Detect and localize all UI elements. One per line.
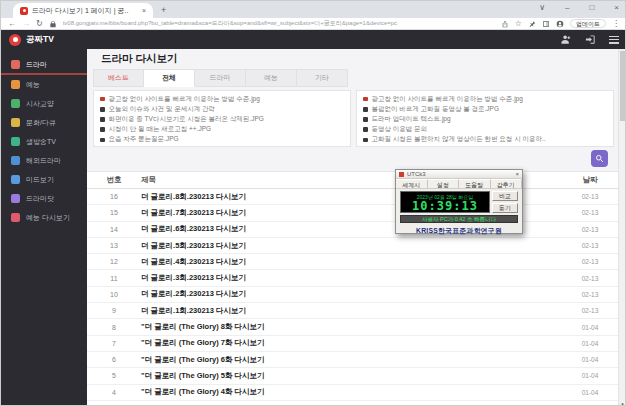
extension-pin-icon[interactable] xyxy=(528,20,536,28)
table-row[interactable]: 16 더 글로리.8회.230213 다시보기 02-13 xyxy=(87,189,620,205)
address-bar[interactable]: tv08.gongjatv.me/bbs/board.php?bo_table=… xyxy=(63,19,495,28)
row-number: 6 xyxy=(99,356,129,363)
sidebar-item[interactable]: 예능 다시보기 xyxy=(1,208,87,227)
table-row[interactable]: 7 "더 글로리 (The Glory) 7화 다시보기 01-04 xyxy=(87,336,620,352)
window-close-icon[interactable]: × xyxy=(614,3,619,12)
row-date: 01-04 xyxy=(570,340,610,347)
utck-compare-button[interactable]: 비교 xyxy=(492,191,518,201)
browser-tab[interactable]: 드라마 다시보기 1 페이지 | 공.. × xyxy=(13,3,153,18)
sidebar-item[interactable]: 드라마 xyxy=(1,56,87,75)
sidebar-item[interactable]: 미드보기 xyxy=(1,170,87,189)
share-icon[interactable] xyxy=(501,20,509,28)
side-panel-icon[interactable] xyxy=(542,20,550,28)
table-row[interactable]: 15 더 글로리.7회.230213 다시보기 02-13 xyxy=(87,205,620,221)
sidebar-item[interactable]: 예능 xyxy=(1,75,87,94)
sidebar-item[interactable]: 시사교양 xyxy=(1,94,87,113)
table-row[interactable]: 11 더 글로리.3회.230213 다시보기 02-13 xyxy=(87,270,620,286)
sidebar-item[interactable]: 생방송TV xyxy=(1,132,87,151)
notice-item[interactable]: 광고창 없이 사이트를 빠르게 이용하는 방법 수준.jpg xyxy=(100,94,344,104)
maximize-icon[interactable]: □ xyxy=(589,3,594,12)
table-row[interactable]: 8 "더 글로리 (The Glory) 8화 다시보기 01-04 xyxy=(87,319,620,335)
board-tab[interactable]: 전체 xyxy=(144,69,195,87)
episode-link[interactable]: 더 글로리.2회.230213 다시보기 xyxy=(129,289,570,299)
episode-link[interactable]: 더 글로리.5회.230213 다시보기 xyxy=(129,241,570,251)
site-logo-text[interactable]: 공짜TV xyxy=(26,34,54,46)
bookmark-star-icon[interactable]: ☆ xyxy=(515,19,522,29)
table-row[interactable]: 9 더 글로리.1회.230213 다시보기 02-13 xyxy=(87,303,620,319)
episode-link[interactable]: "더 글로리 (The Glory) 5화 다시보기 xyxy=(129,371,570,381)
sidebar-item[interactable]: 해외드라마 xyxy=(1,151,87,170)
episode-link[interactable]: "더 글로리 (The Glory) 8화 다시보기 xyxy=(129,322,570,332)
table-row[interactable]: 6 "더 글로리 (The Glory) 6화 다시보기 01-04 xyxy=(87,352,620,368)
notice-item[interactable]: 불펌없이 바르게 고화질 동영상 볼 경로.JPG xyxy=(363,104,607,114)
notice-item[interactable]: 오늘의 이슈와 사건 및 운세시계 간략 xyxy=(100,104,344,114)
utck-titlebar[interactable]: UTCk3 × xyxy=(396,170,522,179)
login-icon[interactable] xyxy=(585,34,596,45)
row-date: 02-13 xyxy=(570,258,610,265)
chrome-update-button[interactable]: 업데이트 xyxy=(570,19,606,28)
table-row[interactable]: 5 "더 글로리 (The Glory) 5화 다시보기 01-04 xyxy=(87,368,620,384)
sidebar-item[interactable]: 드라마닷 xyxy=(1,189,87,208)
notice-item[interactable]: 고화질 시청은 불편하지 않게 영상이든 한번 요청 시 이용하.. xyxy=(363,135,607,145)
tab-label: 전체 xyxy=(162,73,176,83)
utck-menu-button[interactable]: 도움말 xyxy=(459,179,491,188)
table-header: 번호 제목 날짜 xyxy=(87,172,620,189)
episode-link[interactable]: "더 글로리 (The Glory) 7화 다시보기 xyxy=(129,338,570,348)
table-row[interactable]: 12 더 글로리.4회.230213 다시보기 02-13 xyxy=(87,254,620,270)
back-icon[interactable]: ← xyxy=(8,19,16,29)
page-scrollbar[interactable]: ▾ xyxy=(618,49,625,406)
category-icon xyxy=(11,156,20,165)
search-button[interactable] xyxy=(591,150,608,167)
notice-panel-right: 광고창 없이 사이트를 빠르게 이용하는 방법 수준.jpg 불펌없이 바르게 … xyxy=(356,90,614,147)
episode-link[interactable]: 더 글로리.3회.230213 다시보기 xyxy=(129,273,570,283)
episode-link[interactable]: "더 글로리 (The Glory) 4화 다시보기 xyxy=(129,387,570,397)
notice-item[interactable]: 광고창 없이 사이트를 빠르게 이용하는 방법 수준.jpg xyxy=(363,94,607,104)
board-tab[interactable]: 기타 xyxy=(297,69,348,87)
table-row[interactable]: 13 더 글로리.5회.230213 다시보기 02-13 xyxy=(87,238,620,254)
site-logo-icon[interactable] xyxy=(9,34,21,46)
row-number: 15 xyxy=(99,209,129,216)
register-icon[interactable] xyxy=(561,34,572,45)
utck-menu-button[interactable]: 세계시 xyxy=(396,179,428,188)
board-tab[interactable]: 베스트 xyxy=(93,69,144,87)
episode-link[interactable]: 더 글로리.1회.230213 다시보기 xyxy=(129,306,570,316)
category-icon xyxy=(11,137,20,146)
board-tab[interactable]: 드라마 xyxy=(195,69,246,87)
reload-icon[interactable]: ↻ xyxy=(36,19,43,29)
menu-hamburger-icon[interactable] xyxy=(609,36,619,44)
scrollbar-thumb[interactable] xyxy=(620,51,625,121)
browser-menu-icon[interactable]: ⋮ xyxy=(612,19,620,28)
tab-label: 기타 xyxy=(315,73,329,83)
utck-menu-button[interactable]: 감추기 xyxy=(491,179,523,188)
sidebar-item[interactable]: 문화/다큐 xyxy=(1,113,87,132)
utck-sync-button[interactable]: 동기 xyxy=(492,203,518,213)
notice-item[interactable]: 요즘 자주 묻는질문.JPG xyxy=(100,135,344,145)
tab-search-icon[interactable]: ∨ xyxy=(539,3,545,12)
notice-item[interactable]: 동영상 이용법 문의 xyxy=(363,125,607,135)
row-date: 01-04 xyxy=(570,356,610,363)
utck-window[interactable]: UTCk3 × 세계시 설정 도움말 감추기 2023년 02월 28일 화요일… xyxy=(395,169,523,234)
tab-close-icon[interactable]: × xyxy=(142,7,146,14)
table-row[interactable]: 10 더 글로리.2회.230213 다시보기 02-13 xyxy=(87,287,620,303)
page-title: 드라마 다시보기 xyxy=(101,52,177,66)
table-row[interactable]: 3 "더 글로리 (The Glory) 3화 다시보기 01-04 xyxy=(87,401,620,406)
board-tab[interactable]: 예능 xyxy=(246,69,297,87)
row-date: 02-13 xyxy=(570,242,610,249)
utck-close-icon[interactable]: × xyxy=(515,171,519,177)
notice-text: 화면이용 중 TV다시보기로 시청은 불러온 삭제된.JPG xyxy=(109,115,264,124)
notice-item[interactable]: 화면이용 중 TV다시보기로 시청은 불러온 삭제된.JPG xyxy=(100,114,344,124)
table-row[interactable]: 4 "더 글로리 (The Glory) 4화 다시보기 01-04 xyxy=(87,385,620,401)
notice-item[interactable]: 드라마 업데이트 텍스트.jpg xyxy=(363,114,607,124)
episode-link[interactable]: "더 글로리 (The Glory) 6화 다시보기 xyxy=(129,355,570,365)
category-icon xyxy=(11,213,20,222)
scroll-down-icon[interactable]: ▾ xyxy=(619,401,626,406)
padlock-icon[interactable] xyxy=(49,20,57,28)
episode-link[interactable]: 더 글로리.4회.230213 다시보기 xyxy=(129,257,570,267)
profile-avatar-icon[interactable] xyxy=(556,20,564,28)
utck-menu-button[interactable]: 설정 xyxy=(428,179,460,188)
minimize-icon[interactable]: – xyxy=(565,3,569,12)
notice-item[interactable]: 시청이 안 될 때는 새로고침 ++.JPG xyxy=(100,125,344,135)
notice-text: 광고창 없이 사이트를 빠르게 이용하는 방법 수준.jpg xyxy=(372,95,523,104)
table-row[interactable]: 14 더 글로리.6회.230213 다시보기 02-13 xyxy=(87,222,620,238)
new-tab-button[interactable]: + xyxy=(161,6,166,15)
